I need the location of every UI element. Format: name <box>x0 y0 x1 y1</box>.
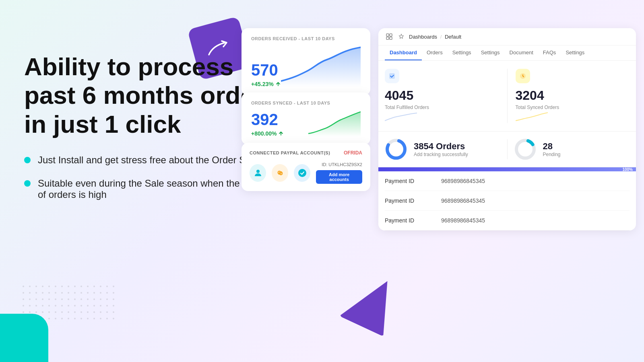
orders-received-value: 570 <box>251 61 281 79</box>
payment-label-3: Payment ID <box>385 217 433 224</box>
bullet-dot-1 <box>24 157 31 163</box>
breadcrumb-current: Default <box>445 34 461 40</box>
paypal-id-section: ID: UTKLHC3Z9SX2 Add more accounts <box>316 162 362 184</box>
payment-value-3: 96898986845345 <box>441 217 485 224</box>
panel-nav: Dashboard Orders Settings Settings Docum… <box>378 45 636 61</box>
tracking-info-1: 3854 Orders Add tracking successfully <box>414 141 501 157</box>
payment-value-1: 96898986845345 <box>441 178 485 184</box>
check-icon <box>294 164 310 182</box>
orders-received-change: +45.23% <box>251 81 281 87</box>
svg-rect-3 <box>390 34 392 36</box>
add-accounts-button[interactable]: Add more accounts <box>316 170 362 184</box>
bullet-text-1: Just Install and get stress free about t… <box>38 154 261 166</box>
nav-dashboard[interactable]: Dashboard <box>385 45 422 60</box>
paypal-accounts-row: ID: UTKLHC3Z9SX2 Add more accounts <box>250 162 362 184</box>
payment-label-2: Payment ID <box>385 197 433 204</box>
progress-bar-container: 100% <box>378 167 636 171</box>
nav-faqs[interactable]: FAQs <box>538 45 561 60</box>
synced-icon <box>516 69 530 83</box>
paypal-label: CONNECTED PAYPAL ACCOUNT(S) <box>250 150 330 155</box>
stat-synced-label: Total Synced Orders <box>516 105 630 110</box>
nav-orders[interactable]: Orders <box>422 45 448 60</box>
stat-fulfilled-number: 4045 <box>385 88 499 103</box>
stat-synced-number: 3204 <box>516 88 630 103</box>
stat-synced: 3204 Total Synced Orders <box>516 69 630 123</box>
card-orders-synced: ORDERS SYNCED - LAST 10 DAYS 392 +800.00… <box>242 93 370 145</box>
synced-sparkline <box>516 112 548 123</box>
nav-settings-3[interactable]: Settings <box>561 45 589 60</box>
up-arrow-icon <box>275 81 281 87</box>
orders-synced-change: +800.00% <box>251 130 284 137</box>
svg-rect-2 <box>386 34 389 36</box>
tracking-sublabel-2: Pending <box>543 152 630 157</box>
orders-synced-label: ORDERS SYNCED - LAST 10 DAYS <box>251 101 361 105</box>
nav-document[interactable]: Document <box>505 45 538 60</box>
payment-table: Payment ID 96898986845345 Payment ID 968… <box>378 171 636 230</box>
payment-label-1: Payment ID <box>385 178 433 184</box>
orders-synced-chart <box>308 109 361 137</box>
stat-fulfilled: 4045 Total Fulfilled Orders <box>385 69 499 123</box>
svg-point-0 <box>256 170 260 173</box>
progress-label: 100% <box>622 167 633 172</box>
stats-row: 4045 Total Fulfilled Orders 3204 Total S… <box>378 61 636 132</box>
tracking-row: 3854 Orders Add tracking successfully 28… <box>385 138 630 160</box>
tracking-divider <box>507 139 508 159</box>
payment-value-2: 96898986845345 <box>441 197 485 204</box>
tracking-donut-1 <box>385 138 407 160</box>
orders-received-chart <box>281 44 361 87</box>
payment-row-2: Payment ID 96898986845345 <box>385 191 630 211</box>
up-arrow-icon-2 <box>278 131 284 136</box>
tracking-orders-1: 3854 Orders <box>414 141 501 152</box>
svg-rect-4 <box>386 37 389 39</box>
stat-divider <box>507 69 508 123</box>
layout-icon[interactable] <box>385 32 394 41</box>
dashboard-area: ORDERS RECEIVED - LAST 10 DAYS 570 +45.2… <box>242 0 644 362</box>
teal-shape <box>0 314 48 362</box>
nav-settings-2[interactable]: Settings <box>476 45 505 60</box>
tracking-sublabel-1: Add tracking successfully <box>414 152 501 157</box>
bullet-dot-2 <box>24 180 31 187</box>
fulfilled-sparkline <box>385 112 417 123</box>
breadcrumb: Dashboards / Default <box>409 34 461 40</box>
svg-rect-5 <box>390 37 392 39</box>
orders-synced-value: 392 <box>251 111 284 129</box>
tracking-info-2: 28 Pending <box>543 141 630 157</box>
card-orders-received: ORDERS RECEIVED - LAST 10 DAYS 570 +45.2… <box>242 28 370 95</box>
progress-bar-fill: 100% <box>378 167 636 171</box>
payment-row-3: Payment ID 96898986845345 <box>385 211 630 230</box>
nav-settings-1[interactable]: Settings <box>448 45 476 60</box>
orders-received-label: ORDERS RECEIVED - LAST 10 DAYS <box>251 36 361 41</box>
person-icon <box>250 164 266 182</box>
tracking-section: 3854 Orders Add tracking successfully 28… <box>378 132 636 167</box>
stat-fulfilled-label: Total Fulfilled Orders <box>385 105 499 110</box>
star-icon[interactable] <box>397 32 406 41</box>
link-icon <box>272 164 288 182</box>
paypal-id-text: ID: UTKLHC3Z9SX2 <box>322 162 362 167</box>
card-paypal: CONNECTED PAYPAL ACCOUNT(S) OFRIDA ID: U… <box>242 143 370 191</box>
tracking-orders-2: 28 <box>543 141 630 152</box>
paypal-header: CONNECTED PAYPAL ACCOUNT(S) OFRIDA <box>250 150 362 156</box>
breadcrumb-prefix: Dashboards <box>409 34 437 40</box>
paypal-brand: OFRIDA <box>344 150 362 156</box>
panel-topbar: Dashboards / Default <box>378 28 636 45</box>
payment-row-1: Payment ID 96898986845345 <box>385 171 630 191</box>
svg-point-1 <box>298 169 306 177</box>
tracking-donut-2 <box>514 138 537 160</box>
fulfilled-icon <box>385 69 399 83</box>
dashboard-panel: Dashboards / Default Dashboard Orders Se… <box>378 28 636 230</box>
